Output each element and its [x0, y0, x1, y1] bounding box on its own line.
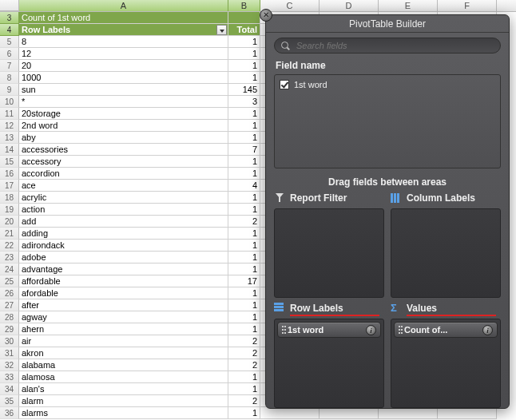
row-label-cell[interactable]: 20storage	[19, 108, 228, 120]
pill-values-0[interactable]: Count of... i	[394, 322, 498, 338]
row-label-cell[interactable]: air	[19, 335, 228, 347]
row-value-cell[interactable]: 1	[228, 323, 260, 335]
row-label-cell[interactable]: ace	[19, 180, 228, 192]
row-value-cell[interactable]: 7	[228, 144, 260, 156]
row-value-cell[interactable]: 17	[228, 275, 260, 287]
row-value-cell[interactable]: 1	[228, 120, 260, 132]
col-header-B[interactable]: B	[228, 0, 260, 11]
row-number[interactable]: 22	[0, 240, 19, 252]
row-label-cell[interactable]: accordion	[19, 168, 228, 180]
search-input[interactable]	[295, 40, 494, 51]
row-label-cell[interactable]: *	[19, 96, 228, 108]
cell[interactable]	[228, 12, 260, 24]
row-label-cell[interactable]: aby	[19, 132, 228, 144]
col-header-D[interactable]: D	[320, 0, 379, 11]
field-list[interactable]: 1st word	[274, 74, 501, 168]
row-value-cell[interactable]: 1	[228, 48, 260, 60]
row-value-cell[interactable]: 1	[228, 156, 260, 168]
row-label-cell[interactable]: 12	[19, 48, 228, 60]
area-report-filter[interactable]	[274, 208, 384, 298]
row-label-cell[interactable]: add	[19, 216, 228, 228]
row-label-cell[interactable]: affordable	[19, 275, 228, 287]
row-number[interactable]: 8	[0, 72, 19, 84]
row-value-cell[interactable]: 1	[228, 60, 260, 72]
row-label-cell[interactable]: adirondack	[19, 240, 228, 252]
row-number[interactable]: 28	[0, 311, 19, 323]
row-number[interactable]: 23	[0, 252, 19, 263]
row-number[interactable]: 10	[0, 96, 19, 108]
row-number[interactable]: 13	[0, 132, 19, 144]
row-number[interactable]: 24	[0, 263, 19, 275]
row-value-cell[interactable]: 1	[228, 72, 260, 84]
row-value-cell[interactable]: 1	[228, 132, 260, 144]
row-label-cell[interactable]: alamosa	[19, 371, 228, 383]
row-label-cell[interactable]: after	[19, 299, 228, 311]
row-number[interactable]: 14	[0, 144, 19, 156]
row-number[interactable]: 31	[0, 347, 19, 359]
total-header[interactable]: Total	[228, 24, 260, 36]
row-label-cell[interactable]: action	[19, 204, 228, 216]
row-value-cell[interactable]: 1	[228, 263, 260, 275]
row-label-cell[interactable]: 8	[19, 36, 228, 48]
row-value-cell[interactable]: 2	[228, 216, 260, 228]
row-label-cell[interactable]: advantage	[19, 263, 228, 275]
area-values[interactable]: Count of... i	[391, 319, 501, 408]
row-number[interactable]: 25	[0, 275, 19, 287]
row-value-cell[interactable]: 1	[228, 228, 260, 240]
row-label-cell[interactable]: ahern	[19, 323, 228, 335]
pivottable-builder-panel[interactable]: ✕ PivotTable Builder Field name 1st word…	[265, 14, 510, 409]
row-value-cell[interactable]: 1	[228, 287, 260, 299]
row-value-cell[interactable]: 1	[228, 311, 260, 323]
row-value-cell[interactable]: 2	[228, 395, 260, 407]
row-number[interactable]: 35	[0, 395, 19, 407]
row-number[interactable]: 6	[0, 48, 19, 60]
row-value-cell[interactable]: 1	[228, 108, 260, 120]
row-number[interactable]: 5	[0, 36, 19, 48]
row-label-cell[interactable]: alarms	[19, 407, 228, 419]
row-number[interactable]: 11	[0, 108, 19, 120]
row-value-cell[interactable]: 3	[228, 96, 260, 108]
field-item-1st-word[interactable]: 1st word	[280, 78, 495, 91]
filter-dropdown-icon[interactable]	[216, 25, 227, 35]
row-label-cell[interactable]: acrylic	[19, 192, 228, 204]
row-number[interactable]: 19	[0, 204, 19, 216]
row-label-cell[interactable]: 1000	[19, 72, 228, 84]
pill-row-labels-0[interactable]: 1st word i	[277, 322, 381, 338]
row-number[interactable]: 4	[0, 24, 19, 36]
row-label-cell[interactable]: alabama	[19, 359, 228, 371]
pivot-title-cell[interactable]: Count of 1st word	[19, 12, 228, 24]
row-number[interactable]: 27	[0, 299, 19, 311]
row-number[interactable]: 34	[0, 383, 19, 395]
checkbox-icon[interactable]	[280, 80, 289, 89]
row-label-cell[interactable]: adding	[19, 228, 228, 240]
row-value-cell[interactable]: 1	[228, 383, 260, 395]
row-value-cell[interactable]: 1	[228, 299, 260, 311]
col-header-E[interactable]: E	[379, 0, 438, 11]
row-value-cell[interactable]: 2	[228, 335, 260, 347]
row-value-cell[interactable]: 1	[228, 204, 260, 216]
row-value-cell[interactable]: 1	[228, 371, 260, 383]
row-value-cell[interactable]: 1	[228, 168, 260, 180]
row-number[interactable]: 12	[0, 120, 19, 132]
row-value-cell[interactable]: 1	[228, 252, 260, 263]
row-label-cell[interactable]: accessories	[19, 144, 228, 156]
row-label-cell[interactable]: alan's	[19, 383, 228, 395]
row-value-cell[interactable]: 4	[228, 180, 260, 192]
row-number[interactable]: 33	[0, 371, 19, 383]
row-label-cell[interactable]: accessory	[19, 156, 228, 168]
row-number[interactable]: 21	[0, 228, 19, 240]
area-column-labels[interactable]	[391, 208, 501, 298]
row-value-cell[interactable]: 1	[228, 407, 260, 419]
row-value-cell[interactable]: 1	[228, 36, 260, 48]
row-label-cell[interactable]: sun	[19, 84, 228, 96]
row-number[interactable]: 16	[0, 168, 19, 180]
row-value-cell[interactable]: 2	[228, 359, 260, 371]
col-header-F[interactable]: F	[438, 0, 497, 11]
row-number[interactable]: 18	[0, 192, 19, 204]
row-number[interactable]: 9	[0, 84, 19, 96]
row-value-cell[interactable]: 1	[228, 240, 260, 252]
row-number[interactable]: 36	[0, 407, 19, 419]
row-labels-header[interactable]: Row Labels	[19, 24, 228, 36]
col-header-A[interactable]: A	[19, 0, 228, 11]
row-number[interactable]: 30	[0, 335, 19, 347]
